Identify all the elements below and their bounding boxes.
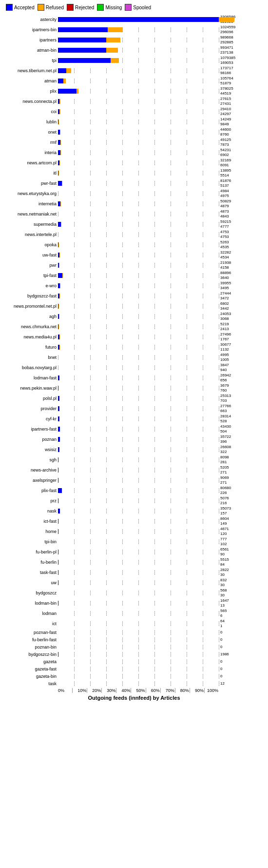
grid-line [106, 427, 107, 432]
grid-line [203, 416, 203, 421]
bar-container [58, 509, 219, 513]
grid-line [203, 652, 203, 657]
row-numbers: 0 [220, 659, 222, 664]
grid-line [187, 345, 187, 350]
grid-line [203, 130, 203, 135]
grid-line [187, 68, 187, 73]
bar-container [58, 212, 219, 217]
grid-line [187, 324, 187, 329]
grid-line [187, 406, 187, 411]
grid-line [187, 488, 187, 493]
grid-line [171, 58, 171, 63]
row-label: news.artcom.pl [2, 160, 58, 165]
grid-line [219, 601, 219, 606]
grid-line [90, 212, 91, 217]
table-row: provider27766663 [2, 404, 266, 414]
grid-line [219, 529, 219, 534]
grid-line [154, 529, 155, 534]
grid-line [122, 201, 123, 206]
grid-line [138, 681, 139, 686]
grid-line [122, 273, 123, 278]
grid-line [74, 386, 75, 391]
grid-line [171, 119, 171, 124]
grid-line [203, 222, 203, 227]
grid-line [74, 294, 75, 298]
row-numbers: 1079385169053 [220, 56, 235, 65]
table-row: ict-fast8604149 [2, 516, 266, 526]
row-numbers: 551584 [220, 557, 229, 567]
grid-line [171, 171, 171, 176]
table-row: ict641 [2, 619, 266, 629]
grid-line [219, 109, 219, 114]
grid-line [154, 335, 155, 339]
row-label: lodman-bin [2, 601, 58, 606]
grid-line [154, 396, 155, 401]
row-numbers: 219384158 [220, 260, 231, 270]
grid-line [74, 304, 75, 309]
table-row: coi2941024297 [2, 107, 266, 117]
grid-line [171, 253, 171, 257]
grid-line [74, 591, 75, 595]
row-label: sgh [2, 457, 58, 462]
grid-line [106, 406, 107, 411]
grid-line [90, 335, 91, 339]
grid-line [171, 140, 171, 145]
grid-line [74, 630, 75, 635]
grid-line [154, 667, 155, 671]
grid-line [154, 519, 155, 524]
grid-line [122, 447, 123, 452]
grid-line [219, 58, 219, 63]
grid-line [154, 681, 155, 686]
row-label: bobas.novytarg.pl [2, 365, 58, 370]
row-numbers: 49844975 [220, 189, 229, 198]
grid-line [74, 365, 75, 370]
row-label: poznan-bin [2, 645, 58, 650]
grid-line [138, 519, 139, 524]
grid-line [74, 160, 75, 165]
grid-line [171, 447, 171, 452]
grid-line [187, 253, 187, 257]
bar-segment-refused [59, 109, 60, 114]
grid-line [171, 365, 171, 370]
grid-line [106, 621, 107, 626]
row-numbers: 138955514 [220, 168, 231, 178]
grid-line [187, 130, 187, 135]
legend-item-accepted: Accepted [6, 4, 35, 11]
bar-container [58, 416, 219, 421]
grid-line [154, 99, 155, 104]
grid-line [90, 621, 91, 626]
table-row: axelspringer9069271 [2, 475, 266, 485]
row-numbers: 35073157 [220, 506, 231, 516]
grid-line [219, 253, 219, 257]
grid-line [90, 79, 91, 83]
grid-line [219, 283, 219, 288]
row-label: bydgoszcz-fast [2, 294, 58, 298]
grid-line [106, 314, 107, 319]
grid-line [187, 48, 187, 53]
row-numbers: 68023442 [220, 301, 229, 311]
grid-line [90, 645, 91, 650]
grid-line [171, 457, 171, 462]
grid-line [138, 150, 139, 155]
grid-line [106, 150, 107, 155]
table-row: gazeta-bin0 [2, 673, 266, 680]
grid-line [138, 345, 139, 350]
grid-line [203, 345, 203, 350]
grid-line [106, 294, 107, 298]
row-numbers: 993471237138 [220, 45, 233, 55]
grid-line [203, 386, 203, 391]
bar-segment-refused [63, 79, 66, 83]
grid-line [74, 253, 75, 257]
grid-line [138, 232, 139, 237]
grid-line [122, 294, 123, 298]
grid-line [219, 375, 219, 380]
grid-line [203, 99, 203, 104]
grid-line [90, 304, 91, 309]
table-row: lodman-fast26942656 [2, 373, 266, 383]
x-tick-10%: 10% [73, 688, 87, 693]
grid-line [74, 181, 75, 186]
grid-line [138, 652, 139, 657]
grid-line [106, 498, 107, 503]
legend-color-refused [38, 4, 44, 11]
table-row: supermedia592154777 [2, 219, 266, 229]
